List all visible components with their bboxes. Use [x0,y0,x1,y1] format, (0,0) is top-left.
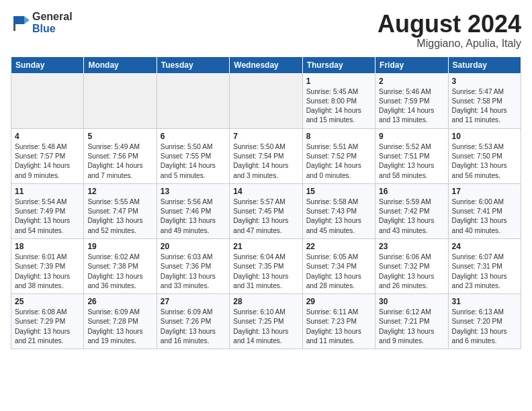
day-info: Sunrise: 5:55 AM Sunset: 7:47 PM Dayligh… [87,197,152,236]
day-number: 5 [87,132,152,141]
day-info: Sunrise: 6:02 AM Sunset: 7:38 PM Dayligh… [87,253,152,291]
day-info: Sunrise: 5:59 AM Sunset: 7:42 PM Dayligh… [379,197,444,236]
day-number: 8 [306,132,371,141]
day-number: 11 [15,187,80,196]
calendar-table: SundayMondayTuesdayWednesdayThursdayFrid… [11,56,521,350]
title-block: August 2024 Miggiano, Apulia, Italy [378,11,521,50]
calendar-cell: 29Sunrise: 6:11 AM Sunset: 7:23 PM Dayli… [302,294,375,349]
day-number: 19 [87,242,152,251]
day-number: 25 [15,297,80,306]
calendar-cell: 22Sunrise: 6:05 AM Sunset: 7:34 PM Dayli… [302,238,375,293]
day-info: Sunrise: 6:06 AM Sunset: 7:32 PM Dayligh… [379,253,444,291]
svg-marker-1 [24,16,30,24]
calendar-cell [157,73,229,128]
calendar-header: SundayMondayTuesdayWednesdayThursdayFrid… [11,56,521,73]
day-info: Sunrise: 6:04 AM Sunset: 7:35 PM Dayligh… [233,253,298,291]
day-info: Sunrise: 5:52 AM Sunset: 7:51 PM Dayligh… [379,142,444,181]
day-info: Sunrise: 5:45 AM Sunset: 8:00 PM Dayligh… [306,87,371,126]
calendar-cell: 20Sunrise: 6:03 AM Sunset: 7:36 PM Dayli… [157,238,229,293]
svg-rect-2 [13,24,15,31]
calendar-cell: 12Sunrise: 5:55 AM Sunset: 7:47 PM Dayli… [84,183,157,238]
calendar-cell: 17Sunrise: 6:00 AM Sunset: 7:41 PM Dayli… [448,183,521,238]
svg-marker-0 [13,16,24,24]
weekday-header-thursday: Thursday [302,56,375,73]
day-number: 12 [87,187,152,196]
day-info: Sunrise: 6:13 AM Sunset: 7:20 PM Dayligh… [452,308,517,346]
day-info: Sunrise: 6:09 AM Sunset: 7:28 PM Dayligh… [87,308,152,346]
day-number: 7 [233,132,298,141]
calendar-cell: 16Sunrise: 5:59 AM Sunset: 7:42 PM Dayli… [375,183,448,238]
calendar-cell: 6Sunrise: 5:50 AM Sunset: 7:55 PM Daylig… [157,128,229,183]
day-info: Sunrise: 5:51 AM Sunset: 7:52 PM Dayligh… [306,142,371,181]
calendar-cell: 8Sunrise: 5:51 AM Sunset: 7:52 PM Daylig… [302,128,375,183]
calendar-cell: 13Sunrise: 5:56 AM Sunset: 7:46 PM Dayli… [157,183,229,238]
calendar-title: August 2024 [378,11,521,38]
day-number: 27 [161,297,226,306]
day-number: 14 [233,187,298,196]
calendar-cell: 21Sunrise: 6:04 AM Sunset: 7:35 PM Dayli… [230,238,302,293]
calendar-page: General Blue August 2024 Miggiano, Apuli… [0,0,532,411]
weekday-header-saturday: Saturday [448,56,521,73]
calendar-cell: 23Sunrise: 6:06 AM Sunset: 7:32 PM Dayli… [375,238,448,293]
day-number: 30 [379,297,444,306]
day-number: 21 [233,242,298,251]
calendar-cell [84,73,157,128]
day-info: Sunrise: 5:49 AM Sunset: 7:56 PM Dayligh… [87,142,152,181]
day-number: 9 [379,132,444,141]
day-info: Sunrise: 6:09 AM Sunset: 7:26 PM Dayligh… [161,308,226,346]
logo: General Blue [11,11,73,34]
day-info: Sunrise: 6:00 AM Sunset: 7:41 PM Dayligh… [452,197,517,236]
week-row-0: 1Sunrise: 5:45 AM Sunset: 8:00 PM Daylig… [11,73,521,128]
calendar-cell: 1Sunrise: 5:45 AM Sunset: 8:00 PM Daylig… [302,73,375,128]
day-number: 18 [15,242,80,251]
calendar-cell [11,73,84,128]
calendar-cell: 7Sunrise: 5:50 AM Sunset: 7:54 PM Daylig… [230,128,302,183]
day-number: 28 [233,297,298,306]
day-number: 23 [379,242,444,251]
day-info: Sunrise: 6:01 AM Sunset: 7:39 PM Dayligh… [15,253,80,291]
day-number: 13 [161,187,226,196]
day-number: 6 [161,132,226,141]
day-number: 26 [87,297,152,306]
day-info: Sunrise: 5:50 AM Sunset: 7:54 PM Dayligh… [233,142,298,181]
day-number: 24 [452,242,517,251]
day-info: Sunrise: 5:47 AM Sunset: 7:58 PM Dayligh… [452,87,517,126]
day-info: Sunrise: 6:07 AM Sunset: 7:31 PM Dayligh… [452,253,517,291]
day-info: Sunrise: 6:08 AM Sunset: 7:29 PM Dayligh… [15,308,80,346]
day-info: Sunrise: 6:10 AM Sunset: 7:25 PM Dayligh… [233,308,298,346]
day-info: Sunrise: 5:48 AM Sunset: 7:57 PM Dayligh… [15,142,80,181]
day-number: 4 [15,132,80,141]
day-info: Sunrise: 5:57 AM Sunset: 7:45 PM Dayligh… [233,197,298,236]
calendar-cell: 18Sunrise: 6:01 AM Sunset: 7:39 PM Dayli… [11,238,84,293]
calendar-cell: 31Sunrise: 6:13 AM Sunset: 7:20 PM Dayli… [448,294,521,349]
day-info: Sunrise: 6:12 AM Sunset: 7:21 PM Dayligh… [379,308,444,346]
day-info: Sunrise: 5:46 AM Sunset: 7:59 PM Dayligh… [379,87,444,126]
weekday-header-friday: Friday [375,56,448,73]
calendar-cell: 4Sunrise: 5:48 AM Sunset: 7:57 PM Daylig… [11,128,84,183]
calendar-cell: 19Sunrise: 6:02 AM Sunset: 7:38 PM Dayli… [84,238,157,293]
day-number: 1 [306,77,371,86]
calendar-cell [230,73,302,128]
day-number: 31 [452,297,517,306]
calendar-cell: 2Sunrise: 5:46 AM Sunset: 7:59 PM Daylig… [375,73,448,128]
calendar-cell: 27Sunrise: 6:09 AM Sunset: 7:26 PM Dayli… [157,294,229,349]
weekday-header-wednesday: Wednesday [230,56,302,73]
day-number: 17 [452,187,517,196]
calendar-cell: 28Sunrise: 6:10 AM Sunset: 7:25 PM Dayli… [230,294,302,349]
logo-blue-text: Blue [32,23,73,35]
calendar-cell: 9Sunrise: 5:52 AM Sunset: 7:51 PM Daylig… [375,128,448,183]
calendar-cell: 10Sunrise: 5:53 AM Sunset: 7:50 PM Dayli… [448,128,521,183]
calendar-subtitle: Miggiano, Apulia, Italy [378,38,521,50]
day-number: 29 [306,297,371,306]
day-number: 22 [306,242,371,251]
calendar-cell: 24Sunrise: 6:07 AM Sunset: 7:31 PM Dayli… [448,238,521,293]
day-info: Sunrise: 5:56 AM Sunset: 7:46 PM Dayligh… [161,197,226,236]
logo-icon [11,13,30,32]
calendar-body: 1Sunrise: 5:45 AM Sunset: 8:00 PM Daylig… [11,73,521,349]
day-info: Sunrise: 6:03 AM Sunset: 7:36 PM Dayligh… [161,253,226,291]
header: General Blue August 2024 Miggiano, Apuli… [11,11,521,50]
calendar-cell: 11Sunrise: 5:54 AM Sunset: 7:49 PM Dayli… [11,183,84,238]
calendar-cell: 26Sunrise: 6:09 AM Sunset: 7:28 PM Dayli… [84,294,157,349]
weekday-header-sunday: Sunday [11,56,84,73]
day-number: 16 [379,187,444,196]
